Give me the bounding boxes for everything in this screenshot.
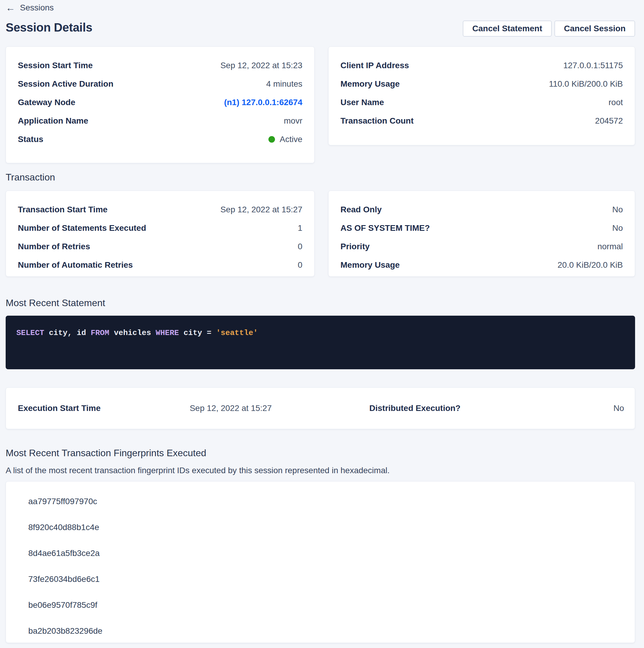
- read-only-label: Read Only: [341, 205, 382, 214]
- status-active-dot-icon: [269, 136, 275, 143]
- session-active-duration-row: Session Active Duration 4 minutes: [18, 75, 302, 93]
- user-name-label: User Name: [341, 98, 384, 107]
- session-start-time-label: Session Start Time: [18, 61, 93, 70]
- session-memory-usage-value: 110.0 KiB/200.0 KiB: [549, 79, 623, 89]
- fingerprint-list-item: ba2b203b823296de: [17, 618, 623, 643]
- fingerprint-id: ba2b203b823296de: [28, 626, 102, 636]
- sql-columns-fragment: city, id: [44, 328, 91, 337]
- statements-executed-label: Number of Statements Executed: [18, 223, 146, 233]
- breadcrumb-label: Sessions: [20, 3, 54, 12]
- cancel-session-button[interactable]: Cancel Session: [554, 20, 635, 37]
- session-active-duration-label: Session Active Duration: [18, 79, 113, 89]
- status-label: Status: [18, 134, 44, 144]
- fingerprints-section-heading: Most Recent Transaction Fingerprints Exe…: [6, 447, 635, 458]
- sql-statement-text: SELECT city, id FROM vehicles WHERE city…: [16, 328, 623, 338]
- session-summary-row: Session Start Time Sep 12, 2022 at 15:23…: [6, 47, 635, 163]
- session-details-page: ← Sessions Session Details Cancel Statem…: [6, 2, 635, 643]
- fingerprint-id: aa79775ff097970c: [28, 497, 97, 506]
- fingerprint-list-item: 8d4ae61a5fb3ce2a: [17, 540, 623, 566]
- transaction-stats-card: Transaction Start Time Sep 12, 2022 at 1…: [6, 191, 314, 277]
- transaction-memory-usage-label: Memory Usage: [341, 260, 400, 270]
- fingerprint-list-item: be06e9570f785c9f: [17, 592, 623, 618]
- statements-executed-row: Number of Statements Executed 1: [18, 219, 302, 237]
- sql-keyword-select: SELECT: [16, 328, 44, 337]
- execution-start-time-label: Execution Start Time: [18, 403, 101, 413]
- retries-label: Number of Retries: [18, 242, 90, 251]
- priority-row: Priority normal: [341, 237, 623, 256]
- session-active-duration-value: 4 minutes: [266, 79, 302, 89]
- cancel-statement-button[interactable]: Cancel Statement: [463, 20, 552, 37]
- transaction-start-time-label: Transaction Start Time: [18, 205, 107, 214]
- page-title: Session Details: [6, 19, 92, 36]
- transaction-count-label: Transaction Count: [341, 116, 414, 126]
- back-arrow-icon: ←: [6, 3, 15, 12]
- fingerprint-list-item: 73fe26034bd6e6c1: [17, 566, 623, 592]
- application-name-label: Application Name: [18, 116, 88, 126]
- session-info-card: Session Start Time Sep 12, 2022 at 15:23…: [6, 47, 314, 163]
- client-info-card: Client IP Address 127.0.0.1:51175 Memory…: [328, 47, 635, 145]
- transaction-properties-card: Read Only No AS OF SYSTEM TIME? No Prior…: [328, 191, 635, 277]
- status-row: Status Active: [18, 130, 302, 149]
- sql-keyword-from: FROM: [91, 328, 109, 337]
- as-of-system-time-value: No: [612, 223, 623, 233]
- priority-value: normal: [597, 242, 623, 251]
- back-to-sessions-link[interactable]: ← Sessions: [6, 2, 54, 13]
- session-memory-usage-row: Memory Usage 110.0 KiB/200.0 KiB: [341, 75, 623, 93]
- execution-info-card: Execution Start Time Sep 12, 2022 at 15:…: [6, 387, 635, 429]
- gateway-node-link[interactable]: (n1) 127.0.0.1:62674: [224, 98, 302, 107]
- fingerprint-list-item: 8f920c40d88b1c4e: [17, 514, 623, 540]
- statements-executed-value: 1: [298, 223, 302, 233]
- transaction-start-time-value: Sep 12, 2022 at 15:27: [220, 205, 302, 214]
- automatic-retries-row: Number of Automatic Retries 0: [18, 256, 302, 274]
- sql-statement-block: SELECT city, id FROM vehicles WHERE city…: [6, 316, 635, 369]
- client-ip-row: Client IP Address 127.0.0.1:51175: [341, 56, 623, 75]
- application-name-value: movr: [284, 116, 302, 126]
- as-of-system-time-label: AS OF SYSTEM TIME?: [341, 223, 430, 233]
- distributed-execution-row: Distributed Execution? No: [369, 403, 624, 413]
- sql-keyword-where: WHERE: [156, 328, 179, 337]
- transaction-count-value: 204572: [595, 116, 623, 126]
- user-name-row: User Name root: [341, 93, 623, 112]
- client-ip-value: 127.0.0.1:51175: [563, 61, 623, 70]
- session-start-time-value: Sep 12, 2022 at 15:23: [220, 61, 302, 70]
- transaction-memory-usage-value: 20.0 KiB/20.0 KiB: [558, 260, 623, 270]
- retries-value: 0: [298, 242, 302, 251]
- session-memory-usage-label: Memory Usage: [341, 79, 400, 89]
- distributed-execution-value: No: [613, 403, 624, 413]
- gateway-node-row: Gateway Node (n1) 127.0.0.1:62674: [18, 93, 302, 112]
- transaction-memory-usage-row: Memory Usage 20.0 KiB/20.0 KiB: [341, 256, 623, 274]
- transaction-cards-row: Transaction Start Time Sep 12, 2022 at 1…: [6, 191, 635, 277]
- automatic-retries-value: 0: [298, 260, 302, 270]
- transaction-start-time-row: Transaction Start Time Sep 12, 2022 at 1…: [18, 201, 302, 219]
- sql-string-literal: 'seattle': [216, 328, 258, 337]
- transaction-section-heading: Transaction: [6, 172, 635, 182]
- status-badge: Active: [269, 134, 302, 144]
- session-start-time-row: Session Start Time Sep 12, 2022 at 15:23: [18, 56, 302, 75]
- fingerprint-id: 8d4ae61a5fb3ce2a: [28, 548, 100, 558]
- fingerprint-id: 8f920c40d88b1c4e: [28, 523, 99, 532]
- execution-start-time-row: Execution Start Time Sep 12, 2022 at 15:…: [18, 403, 272, 413]
- sql-table-fragment: vehicles: [109, 328, 156, 337]
- fingerprint-id: be06e9570f785c9f: [28, 600, 97, 610]
- automatic-retries-label: Number of Automatic Retries: [18, 260, 133, 270]
- sql-condition-fragment: city =: [179, 328, 216, 337]
- user-name-value: root: [608, 98, 623, 107]
- transaction-count-row: Transaction Count 204572: [341, 112, 623, 130]
- read-only-row: Read Only No: [341, 201, 623, 219]
- fingerprint-id: 73fe26034bd6e6c1: [28, 575, 100, 584]
- status-value: Active: [280, 134, 302, 144]
- execution-start-time-value: Sep 12, 2022 at 15:27: [189, 403, 272, 413]
- fingerprints-description: A list of the most recent transaction fi…: [6, 466, 635, 475]
- client-ip-label: Client IP Address: [341, 61, 409, 70]
- fingerprints-list-card: aa79775ff097970c 8f920c40d88b1c4e 8d4ae6…: [6, 481, 635, 643]
- gateway-node-label: Gateway Node: [18, 98, 75, 107]
- distributed-execution-label: Distributed Execution?: [369, 403, 460, 413]
- statement-section-heading: Most Recent Statement: [6, 298, 635, 308]
- title-row: Session Details Cancel Statement Cancel …: [6, 19, 635, 37]
- retries-row: Number of Retries 0: [18, 237, 302, 256]
- action-buttons: Cancel Statement Cancel Session: [463, 20, 635, 37]
- read-only-value: No: [612, 205, 623, 214]
- application-name-row: Application Name movr: [18, 112, 302, 130]
- as-of-system-time-row: AS OF SYSTEM TIME? No: [341, 219, 623, 237]
- priority-label: Priority: [341, 242, 370, 251]
